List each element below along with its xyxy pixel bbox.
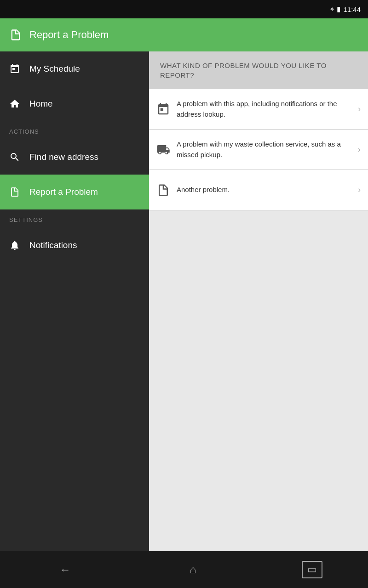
sidebar-item-label-notifications: Notifications bbox=[29, 240, 77, 250]
nav-recents-button[interactable]: ▭ bbox=[302, 561, 322, 578]
content-question: WHAT KIND OF PROBLEM WOULD YOU LIKE TO R… bbox=[149, 51, 368, 89]
sidebar-item-notifications[interactable]: Notifications bbox=[0, 228, 149, 263]
option-text-other-problem: Another problem. bbox=[177, 185, 351, 195]
option-list: A problem with this app, including notif… bbox=[149, 89, 368, 210]
sidebar-item-label-my-schedule: My Schedule bbox=[29, 64, 80, 74]
nav-back-button[interactable]: ← bbox=[46, 559, 84, 581]
nav-home-button[interactable]: ⌂ bbox=[176, 559, 210, 581]
search-icon bbox=[9, 152, 20, 163]
status-bar: ⌖ ▮ 11:44 bbox=[0, 0, 368, 18]
status-icons: ⌖ ▮ 11:44 bbox=[330, 5, 361, 13]
notification-icon bbox=[9, 240, 20, 251]
content-area: WHAT KIND OF PROBLEM WOULD YOU LIKE TO R… bbox=[149, 51, 368, 566]
sidebar-section-settings: SETTINGS bbox=[0, 209, 149, 228]
option-item-app-problem[interactable]: A problem with this app, including notif… bbox=[149, 89, 368, 130]
calendar-icon bbox=[9, 63, 20, 74]
main-layout: My Schedule Home ACTIONS Find new addres… bbox=[0, 51, 368, 566]
status-time: 11:44 bbox=[343, 6, 361, 13]
chevron-right-icon-2: › bbox=[358, 145, 361, 154]
sidebar-section-actions: ACTIONS bbox=[0, 121, 149, 140]
option-item-waste-problem[interactable]: A problem with my waste collection servi… bbox=[149, 130, 368, 170]
actions-section-label: ACTIONS bbox=[9, 128, 39, 135]
file-icon bbox=[156, 183, 170, 197]
sidebar-item-report-problem[interactable]: Report a Problem bbox=[0, 175, 149, 209]
settings-section-label: SETTINGS bbox=[9, 216, 43, 223]
sidebar-item-label-find-address: Find new address bbox=[29, 152, 98, 162]
header-bar: Report a Problem bbox=[0, 18, 368, 51]
option-item-other-problem[interactable]: Another problem. › bbox=[149, 170, 368, 210]
sidebar: My Schedule Home ACTIONS Find new addres… bbox=[0, 51, 149, 566]
question-text: WHAT KIND OF PROBLEM WOULD YOU LIKE TO R… bbox=[160, 61, 357, 80]
home-icon bbox=[9, 98, 20, 109]
wifi-icon: ⌖ bbox=[330, 5, 334, 13]
option-text-app-problem: A problem with this app, including notif… bbox=[177, 99, 351, 119]
sidebar-item-home[interactable]: Home bbox=[0, 86, 149, 121]
chevron-right-icon-3: › bbox=[358, 185, 361, 195]
sidebar-item-label-home: Home bbox=[29, 99, 53, 109]
nav-bar: ← ⌂ ▭ bbox=[0, 551, 368, 588]
truck-icon bbox=[156, 143, 170, 157]
sidebar-item-label-report-problem: Report a Problem bbox=[29, 187, 98, 197]
header-title: Report a Problem bbox=[29, 29, 109, 41]
sidebar-item-my-schedule[interactable]: My Schedule bbox=[0, 51, 149, 86]
report-header-icon bbox=[9, 28, 22, 41]
option-text-waste-problem: A problem with my waste collection servi… bbox=[177, 139, 351, 160]
sidebar-item-find-address[interactable]: Find new address bbox=[0, 140, 149, 175]
chevron-right-icon-1: › bbox=[358, 104, 361, 114]
report-icon bbox=[9, 187, 20, 198]
battery-icon: ▮ bbox=[337, 5, 340, 13]
option-calendar-icon bbox=[156, 102, 170, 116]
